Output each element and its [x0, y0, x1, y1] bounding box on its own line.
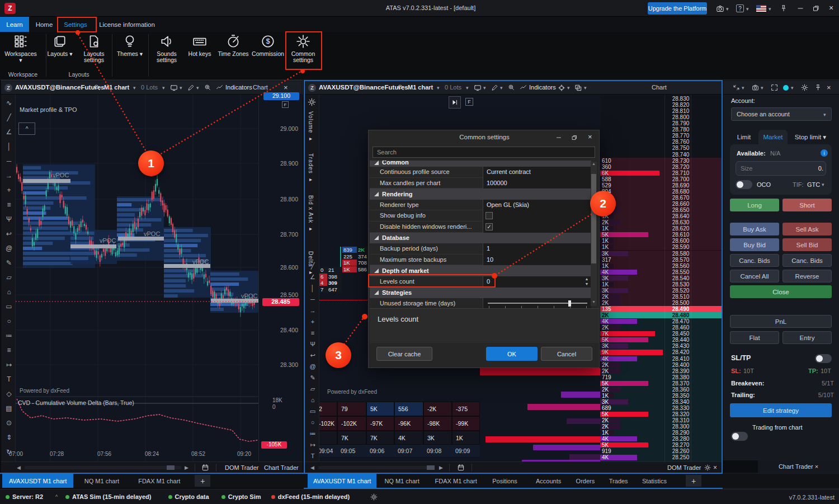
- pin-icon[interactable]: [814, 84, 822, 91]
- pencil-caret-icon[interactable]: ▾: [196, 85, 201, 91]
- dialog-close-icon[interactable]: ×: [588, 133, 596, 142]
- side-panel-bid-x-ask[interactable]: Bid x Ask ▸: [308, 195, 317, 248]
- entry-button[interactable]: Entry: [783, 331, 832, 344]
- dom-trader-button[interactable]: DOM Trader: [225, 464, 260, 472]
- dom-row[interactable]: 3K28.430: [600, 343, 722, 349]
- settings-section-rendering[interactable]: Rendering: [370, 189, 591, 200]
- settings-row-max-candles-per-chart[interactable]: Max candles per chart100000: [370, 178, 591, 189]
- layers-icon[interactable]: [574, 84, 582, 92]
- sltp-toggle[interactable]: [815, 354, 832, 363]
- search-icon[interactable]: [93, 84, 101, 91]
- cancel-bids-left-button[interactable]: Canc. Bids: [730, 254, 779, 267]
- spin-down-icon[interactable]: ▼: [584, 282, 590, 287]
- drawing-tool-icon[interactable]: ⊙: [4, 419, 13, 428]
- indicators-button[interactable]: Indicators: [529, 84, 560, 92]
- zoom-in-icon[interactable]: [204, 84, 211, 91]
- setting-value-cell[interactable]: 1: [483, 243, 591, 255]
- ribbon-button-workspaces[interactable]: Workspaces ▾: [3, 33, 38, 70]
- workspace-tab-positions[interactable]: Positions: [487, 474, 523, 488]
- help-icon[interactable]: ?: [736, 4, 744, 12]
- monitor-icon[interactable]: [170, 84, 178, 92]
- crosshair-sync-icon[interactable]: [558, 84, 565, 92]
- dom-row[interactable]: 1K28.290: [600, 430, 722, 436]
- pencil-icon[interactable]: [491, 84, 498, 91]
- calendar-icon[interactable]: [457, 464, 465, 472]
- ribbon-button-themes[interactable]: Themes ▾: [112, 33, 147, 70]
- timeframe-caret-icon[interactable]: ▾: [437, 85, 441, 91]
- workspace-tab-fdax-m1-chart[interactable]: FDAX M1 chart: [430, 474, 483, 488]
- setting-checkbox[interactable]: ✓: [486, 223, 493, 230]
- settings-section-database[interactable]: Database: [370, 233, 591, 244]
- lots-select[interactable]: 0 Lots: [445, 84, 465, 92]
- buy-ask-button[interactable]: Buy Ask: [730, 223, 779, 235]
- dom-row[interactable]: 28.810: [600, 108, 722, 114]
- drawing-tool-icon[interactable]: ▭: [4, 303, 13, 312]
- drawing-tool-icon[interactable]: ∠: [308, 274, 317, 281]
- ribbon-button-time-zones[interactable]: Time Zones: [216, 33, 251, 70]
- dom-row[interactable]: 4K28.550: [600, 269, 722, 275]
- scrollbar-thumb[interactable]: [167, 465, 175, 470]
- ribbon-button-layouts-settings[interactable]: Layouts settings: [77, 33, 111, 70]
- dom-row[interactable]: 91928.260: [600, 448, 722, 454]
- dom-row[interactable]: 5K28.270: [600, 442, 722, 448]
- drawing-tool-icon[interactable]: ⇕: [4, 434, 13, 442]
- scroll-right-icon[interactable]: ▶: [439, 465, 445, 470]
- drawing-tool-icon[interactable]: ▤: [4, 404, 13, 413]
- dom-row[interactable]: 80428.680: [600, 189, 722, 195]
- dom-row[interactable]: 28.820: [600, 102, 722, 108]
- drawing-tool-icon[interactable]: T: [308, 453, 317, 460]
- dom-row[interactable]: 2K28.480: [600, 312, 722, 318]
- drawing-tool-icon[interactable]: ⌂: [308, 397, 317, 404]
- workspace-tab-statistics[interactable]: Statistics: [637, 474, 672, 488]
- search-icon[interactable]: [397, 84, 404, 91]
- calendar-icon[interactable]: [201, 464, 209, 472]
- restore-icon[interactable]: [812, 4, 820, 12]
- dom-row[interactable]: 31728.570: [600, 257, 722, 263]
- workspace-tab-trades[interactable]: Trades: [604, 474, 634, 488]
- drawing-tool-icon[interactable]: ○: [308, 419, 317, 427]
- dom-row[interactable]: 7K28.450: [600, 331, 722, 337]
- setting-value-cell[interactable]: ✓: [483, 222, 591, 233]
- ribbon-button-hot-keys[interactable]: Hot keys: [182, 33, 217, 70]
- settings-section-common[interactable]: Common: [370, 161, 591, 167]
- dom-row[interactable]: 82128.670: [600, 195, 722, 201]
- settings-row-disable-hidden-windows-renderi-[interactable]: Disable hidden windows renderi...✓: [370, 222, 591, 233]
- indicators-chart-icon[interactable]: [216, 84, 223, 91]
- cancel-all-button[interactable]: Cancel All: [730, 270, 779, 282]
- status-item-crypto-sim[interactable]: Crypto Sim: [228, 493, 261, 501]
- collapse-panel-button[interactable]: ^: [18, 123, 35, 135]
- settings-section-depth-of-market[interactable]: Depth of market: [370, 265, 591, 276]
- drawing-tool-icon[interactable]: ▭: [308, 408, 317, 416]
- drawing-tool-icon[interactable]: ○: [4, 317, 13, 326]
- dom-row[interactable]: 1K28.640: [600, 213, 722, 219]
- drawing-tool-icon[interactable]: ↦: [308, 441, 317, 449]
- help-caret-icon[interactable]: ▾: [746, 6, 751, 12]
- chart-settings-gear-icon[interactable]: [308, 98, 316, 106]
- screenshot-icon[interactable]: [716, 4, 724, 13]
- dialog-scrollbar-thumb[interactable]: [591, 174, 596, 263]
- menu-tab-learn[interactable]: Learn: [0, 17, 29, 32]
- status-item-server-r2[interactable]: Server: R2: [12, 493, 43, 501]
- dom-row[interactable]: 3K28.340: [600, 399, 722, 405]
- drawing-tool-icon[interactable]: +: [4, 186, 13, 195]
- dom-row[interactable]: 9K28.420: [600, 349, 722, 355]
- section-expander-icon[interactable]: [374, 290, 379, 295]
- dom-row[interactable]: 2K28.460: [600, 324, 722, 331]
- ribbon-button-layouts[interactable]: Layouts ▾: [43, 33, 77, 70]
- ribbon-button-commission[interactable]: $Commission: [251, 33, 285, 70]
- status-dot-icon[interactable]: [783, 85, 789, 91]
- lots-caret-icon[interactable]: ▾: [466, 85, 470, 91]
- dom-row[interactable]: 2K28.390: [600, 368, 722, 374]
- close-position-button[interactable]: Close: [730, 285, 832, 298]
- dialog-scroll-down-icon[interactable]: ▼: [591, 300, 596, 305]
- dom-row[interactable]: 4K28.240: [600, 461, 722, 461]
- drawing-tool-icon[interactable]: ∠: [4, 128, 13, 137]
- dom-row[interactable]: 5K28.610: [600, 232, 722, 238]
- status-gear-icon[interactable]: [370, 493, 378, 501]
- settings-row-unused-storage-time-days-[interactable]: Unused storage time (days): [370, 298, 591, 309]
- dom-row[interactable]: 2K28.360: [600, 387, 722, 393]
- spin-up-icon[interactable]: ▲: [584, 277, 590, 282]
- status-item-atas-sim-15-min-delayed-[interactable]: ATAS Sim (15-min delayed): [72, 493, 151, 501]
- settings-row-maximum-store-backups[interactable]: Maximum store backups10: [370, 255, 591, 266]
- dom-row[interactable]: 2K28.400: [600, 362, 722, 368]
